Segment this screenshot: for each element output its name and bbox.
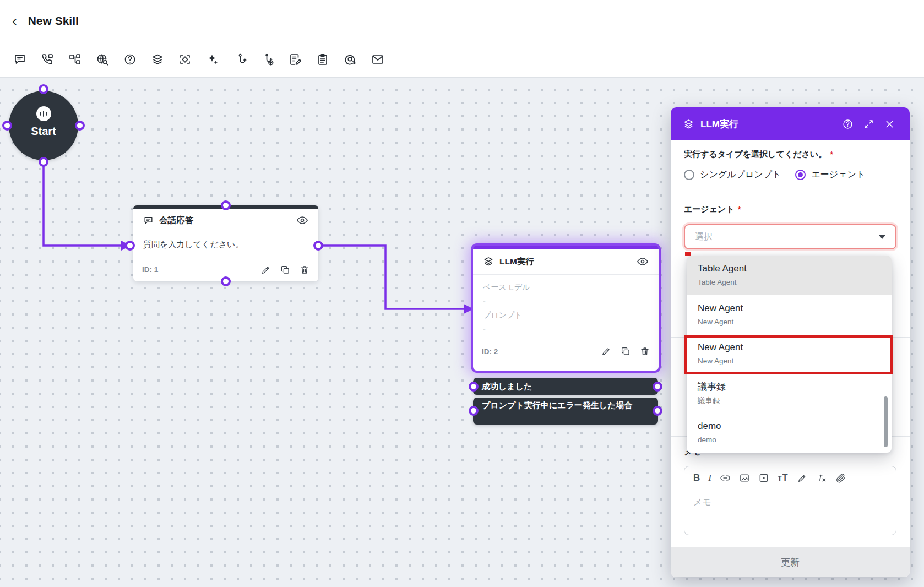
scan-tool-button[interactable] [178, 53, 192, 66]
badge1-handle-left[interactable] [469, 382, 479, 392]
skill-builder-app: ‹ New Skill Start [0, 0, 924, 587]
web-search-icon [96, 53, 109, 66]
bold-button[interactable]: B [693, 472, 700, 484]
clipboard-tool-button[interactable] [316, 53, 329, 66]
sparkles-icon [206, 53, 219, 66]
help-icon[interactable] [842, 118, 854, 130]
agent-select[interactable]: 選択 [684, 224, 896, 249]
hook-add-icon [261, 53, 274, 66]
delete-icon[interactable] [300, 265, 309, 275]
radio-agent[interactable]: エージェント [795, 169, 865, 181]
hook-tool-button[interactable] [233, 53, 247, 66]
node-title: LLM実行 [499, 256, 631, 268]
web-search-tool-button[interactable] [96, 53, 109, 66]
workflow-tool-button[interactable] [68, 53, 81, 66]
required-asterisk: * [830, 149, 833, 159]
scan-icon [178, 53, 192, 66]
node-title: 会話応答 [159, 215, 291, 226]
chevron-down-icon [879, 235, 885, 239]
text-size-button[interactable]: тT [778, 472, 789, 484]
rich-text-toolbar: B I тT [684, 466, 896, 490]
memo-input[interactable] [684, 490, 896, 535]
start-node-label: Start [31, 125, 56, 138]
node-id: ID: 2 [482, 347, 601, 356]
llm-execute-node[interactable]: LLM実行 ベースモデル - プロンプト - ID: 2 [473, 246, 659, 371]
pen-button[interactable] [797, 472, 808, 484]
agent-label: エージェント* [684, 204, 741, 215]
badge1-handle-right[interactable] [653, 382, 662, 392]
type-radio-group: シングルプロンプト エージェント [684, 169, 865, 181]
attachment-button[interactable] [835, 472, 846, 484]
form-edit-tool-button[interactable] [289, 53, 302, 66]
start-handle-bottom[interactable] [39, 157, 48, 167]
node1-handle-left[interactable] [125, 241, 135, 251]
dropdown-item[interactable]: 議事録 議事録 [687, 374, 892, 414]
success-branch-badge[interactable]: 成功しました [473, 378, 658, 395]
start-handle-right[interactable] [75, 121, 85, 131]
comment-icon [143, 215, 154, 226]
duplicate-icon[interactable] [621, 346, 631, 356]
delete-icon[interactable] [640, 346, 650, 356]
agent-dropdown-menu: Table Agent Table Agent New Agent New Ag… [687, 256, 892, 453]
update-button[interactable]: 更新 [671, 547, 910, 577]
type-select-label: 実行するタイプを選択してください。* [684, 149, 833, 160]
start-handle-top[interactable] [39, 84, 48, 94]
field-label: プロンプト [483, 311, 649, 320]
dropdown-scrollbar[interactable] [884, 396, 888, 447]
mail-tool-button[interactable] [371, 53, 384, 66]
close-icon[interactable] [884, 118, 895, 130]
dropdown-item[interactable]: Table Agent Table Agent [687, 256, 892, 295]
radio-label: シングルプロンプト [700, 169, 781, 181]
radio-circle[interactable] [795, 170, 806, 180]
badge2-handle-right[interactable] [653, 406, 662, 416]
node1-handle-top[interactable] [221, 200, 231, 210]
layers-icon [683, 118, 694, 130]
field-value: - [483, 296, 649, 305]
sparkles-tool-button[interactable] [206, 53, 219, 66]
form-edit-icon [289, 53, 302, 66]
edit-icon[interactable] [261, 265, 271, 275]
hook-add-tool-button[interactable] [261, 53, 274, 66]
layers-tool-button[interactable] [151, 53, 164, 66]
node-body-text: 質問を入力してください。 [133, 232, 318, 257]
start-node[interactable]: Start [9, 91, 78, 160]
link-button[interactable] [720, 472, 731, 484]
radio-circle[interactable] [684, 170, 694, 180]
paperclip-icon [835, 472, 846, 483]
dropdown-item[interactable]: New Agent New Agent [687, 295, 892, 335]
llm-settings-panel: LLM実行 実行するタイプを選択してください。* シングルプロンプト エージェン… [671, 107, 910, 577]
comment-tool-button[interactable] [13, 53, 26, 66]
duplicate-icon[interactable] [280, 265, 290, 275]
node1-handle-right[interactable] [313, 241, 323, 251]
node-toolbar [0, 41, 924, 77]
mention-search-tool-button[interactable] [344, 53, 357, 66]
conversation-response-node[interactable]: 会話応答 質問を入力してください。 ID: 1 [133, 205, 318, 281]
visibility-icon[interactable] [296, 214, 308, 226]
clear-format-button[interactable] [816, 472, 827, 484]
dropdown-item[interactable]: demo demo [687, 413, 892, 453]
video-button[interactable] [758, 472, 769, 484]
memo-editor: B I тT [684, 466, 896, 535]
clipboard-icon [316, 53, 329, 66]
link-icon [720, 472, 731, 483]
start-handle-left[interactable] [2, 121, 12, 131]
dropdown-item[interactable]: New Agent New Agent [687, 334, 892, 374]
back-button[interactable]: ‹ [12, 14, 17, 28]
node-id: ID: 1 [142, 265, 261, 274]
error-branch-badge[interactable]: プロンプト実行中にエラー発生した場合 [473, 398, 658, 425]
start-run-icon [36, 106, 51, 121]
expand-icon[interactable] [863, 118, 874, 130]
help-tool-button[interactable] [123, 53, 137, 66]
node1-handle-bottom[interactable] [221, 276, 231, 286]
badge2-handle-left[interactable] [469, 406, 479, 416]
help-icon [123, 53, 137, 66]
pen-icon [797, 472, 808, 483]
visibility-icon[interactable] [637, 256, 649, 268]
phone-call-tool-button[interactable] [41, 53, 54, 66]
field-value: - [483, 324, 649, 333]
radio-single-prompt[interactable]: シングルプロンプト [684, 169, 781, 181]
image-button[interactable] [739, 472, 750, 484]
edit-icon[interactable] [601, 346, 611, 356]
italic-button[interactable]: I [708, 472, 711, 484]
layers-icon [151, 53, 164, 66]
